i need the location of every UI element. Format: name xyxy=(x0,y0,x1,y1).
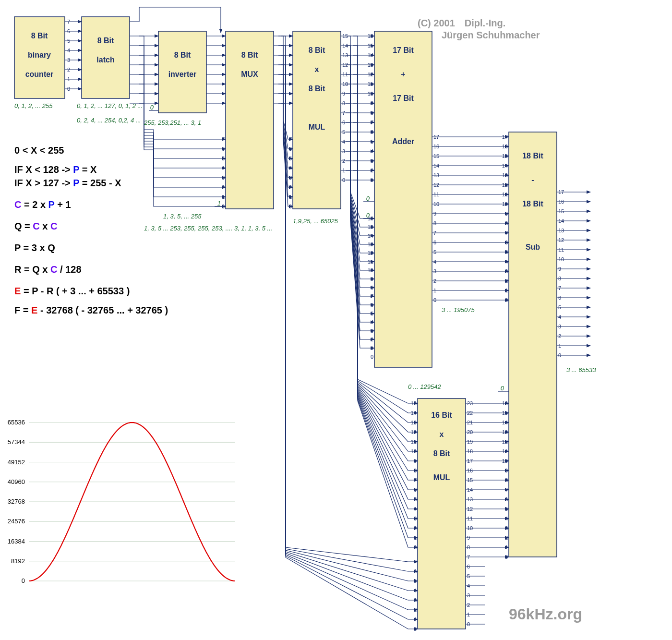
svg-text:3: 3 xyxy=(414,516,417,521)
svg-text:6: 6 xyxy=(558,295,561,301)
svg-text:6: 6 xyxy=(505,496,508,502)
svg-text:12: 12 xyxy=(433,182,439,188)
svg-text:14: 14 xyxy=(368,52,373,58)
svg-text:7: 7 xyxy=(558,285,561,291)
svg-text:8 Bit: 8 Bit xyxy=(241,51,258,59)
svg-text:10: 10 xyxy=(502,458,508,464)
svg-text:14: 14 xyxy=(411,410,417,416)
svg-text:2: 2 xyxy=(558,333,561,339)
svg-text:2: 2 xyxy=(505,535,508,541)
seq-mul2: 0 ... 129542 xyxy=(408,383,441,390)
svg-text:5: 5 xyxy=(342,129,345,135)
svg-text:0: 0 xyxy=(505,297,508,303)
svg-text:32768: 32768 xyxy=(8,498,25,505)
svg-text:13: 13 xyxy=(558,228,564,233)
svg-text:2: 2 xyxy=(505,278,508,284)
svg-text:Sub: Sub xyxy=(526,243,540,251)
svg-text:9: 9 xyxy=(433,211,436,217)
svg-text:9: 9 xyxy=(505,211,508,217)
svg-rect-23 xyxy=(509,132,557,557)
svg-text:0: 0 xyxy=(505,554,508,560)
svg-text:1: 1 xyxy=(505,544,508,550)
svg-text:14: 14 xyxy=(558,218,564,224)
svg-text:10: 10 xyxy=(411,448,417,454)
svg-text:57344: 57344 xyxy=(8,438,25,446)
svg-text:9: 9 xyxy=(505,468,508,473)
svg-text:8 Bit: 8 Bit xyxy=(174,51,191,59)
svg-text:11: 11 xyxy=(502,448,508,454)
svg-text:8: 8 xyxy=(433,220,436,226)
const-one-mux: 1 xyxy=(217,200,221,207)
svg-text:11: 11 xyxy=(411,439,417,445)
svg-text:4: 4 xyxy=(289,165,292,171)
svg-text:5: 5 xyxy=(414,496,417,502)
svg-text:13: 13 xyxy=(411,420,417,425)
seq-inv: 255, 253,251, ... 3, 1 xyxy=(144,119,201,126)
svg-text:10: 10 xyxy=(368,91,373,97)
svg-text:8 Bit: 8 Bit xyxy=(97,36,114,45)
svg-text:3: 3 xyxy=(222,175,225,181)
svg-text:4: 4 xyxy=(505,516,508,521)
svg-text:24576: 24576 xyxy=(8,518,25,525)
block-adder: 17 Bit + 17 Bit Adder xyxy=(374,31,432,367)
svg-text:8: 8 xyxy=(558,276,561,281)
svg-text:0: 0 xyxy=(558,352,561,358)
svg-text:3: 3 xyxy=(342,148,345,154)
svg-text:1: 1 xyxy=(342,168,345,173)
svg-text:6: 6 xyxy=(67,28,70,34)
svg-text:counter: counter xyxy=(25,70,54,78)
svg-text:inverter: inverter xyxy=(168,70,197,78)
svg-text:0 < X < 255: 0 < X < 255 xyxy=(14,145,64,156)
svg-text:4: 4 xyxy=(67,48,70,53)
svg-text:8: 8 xyxy=(414,468,417,473)
chart-sine: 0819216384245763276840960491525734465536 xyxy=(8,419,235,584)
svg-text:17 Bit: 17 Bit xyxy=(393,46,414,54)
svg-text:5: 5 xyxy=(414,578,417,584)
svg-text:8: 8 xyxy=(371,110,373,116)
svg-text:-: - xyxy=(531,176,534,184)
svg-text:IF  X < 128  -> P = X: IF X < 128 -> P = X xyxy=(14,164,97,175)
svg-text:12: 12 xyxy=(411,429,417,435)
svg-text:4: 4 xyxy=(371,148,373,154)
svg-text:MUX: MUX xyxy=(241,70,258,78)
block-counter: 8 Bit binary counter xyxy=(14,17,65,98)
svg-text:0: 0 xyxy=(289,204,292,209)
svg-text:7: 7 xyxy=(433,230,436,236)
svg-text:2: 2 xyxy=(414,607,417,613)
svg-text:12: 12 xyxy=(558,237,564,243)
watermark: 96kHz.org xyxy=(509,605,582,623)
seq-adder: 3 ... 195075 xyxy=(442,306,475,314)
svg-text:8 Bit: 8 Bit xyxy=(31,32,48,40)
svg-text:17: 17 xyxy=(433,134,439,140)
svg-text:6: 6 xyxy=(222,146,225,152)
svg-text:1: 1 xyxy=(289,194,292,200)
svg-text:3: 3 xyxy=(505,268,508,274)
svg-text:12: 12 xyxy=(368,72,373,77)
svg-text:IF  X > 127  -> P = 255 - X: IF X > 127 -> P = 255 - X xyxy=(14,178,121,188)
svg-text:17: 17 xyxy=(558,189,564,195)
svg-text:5: 5 xyxy=(67,38,70,44)
svg-text:16: 16 xyxy=(558,199,564,205)
block-mul2: 16 Bit x 8 Bit MUL xyxy=(418,398,466,629)
svg-text:2: 2 xyxy=(67,67,70,72)
svg-text:13: 13 xyxy=(502,172,508,178)
svg-text:3: 3 xyxy=(371,158,373,164)
svg-text:6: 6 xyxy=(414,487,417,493)
svg-text:3: 3 xyxy=(289,175,292,181)
svg-text:0: 0 xyxy=(67,86,70,92)
svg-text:8192: 8192 xyxy=(11,557,25,565)
svg-text:18 Bit: 18 Bit xyxy=(522,152,543,160)
svg-text:17 Bit: 17 Bit xyxy=(393,94,414,102)
svg-text:1: 1 xyxy=(371,177,373,183)
svg-text:12: 12 xyxy=(502,182,508,188)
svg-text:3: 3 xyxy=(67,57,70,63)
svg-text:7: 7 xyxy=(505,230,508,236)
svg-text:11: 11 xyxy=(368,81,373,87)
svg-text:49152: 49152 xyxy=(8,459,25,466)
seq-muxB: 1, 3, 5 ... 253, 255, 255, 253, .... 3, … xyxy=(144,225,272,232)
block-sub: 18 Bit - 18 Bit Sub xyxy=(509,132,557,557)
copyright-text: (C) 2001Dipl.-Ing. xyxy=(418,18,505,28)
feedback-wire xyxy=(130,7,221,33)
svg-text:15: 15 xyxy=(433,153,439,159)
svg-text:12: 12 xyxy=(502,439,508,445)
